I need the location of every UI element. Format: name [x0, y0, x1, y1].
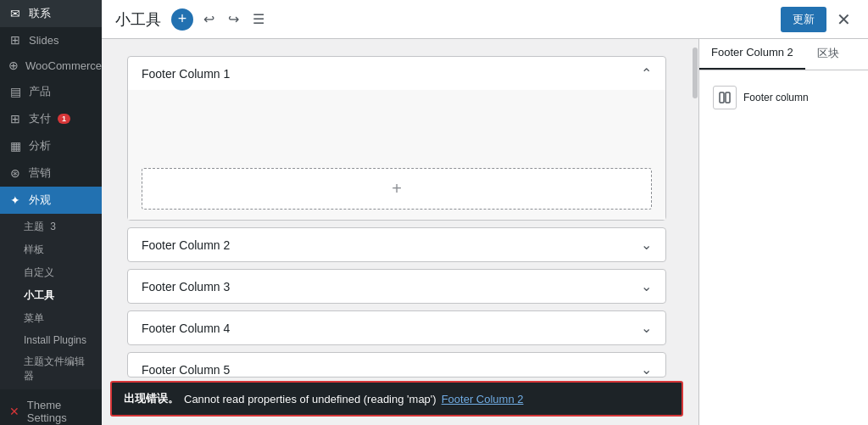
chevron-down-icon-5: ⌄	[641, 361, 652, 377]
add-block-button[interactable]: +	[171, 8, 193, 31]
chevron-down-icon-3: ⌄	[641, 278, 652, 294]
sidebar-item-marketing[interactable]: ⊛ 营销	[0, 159, 102, 187]
error-toast: 出现错误。 Cannot read properties of undefine…	[110, 381, 683, 417]
woocommerce-icon: ⊕	[8, 59, 19, 72]
footer-col-5-title: Footer Column 5	[142, 363, 230, 377]
close-button[interactable]: ✕	[833, 9, 854, 30]
chevron-down-icon-4: ⌄	[641, 320, 652, 336]
marketing-icon: ⊛	[8, 166, 22, 180]
submenu-widgets[interactable]: 小工具	[0, 284, 102, 307]
list-view-button[interactable]: ☰	[249, 9, 268, 29]
footer-column-icon	[713, 86, 737, 109]
footer-col-4-title: Footer Column 4	[142, 322, 230, 335]
submenu-customize[interactable]: 自定义	[0, 261, 102, 284]
sidebar-item-theme-settings[interactable]: ✕ Theme Settings	[0, 393, 102, 425]
sidebar-item-slides[interactable]: ⊞ Slides	[0, 27, 102, 53]
analytics-icon: ▦	[8, 139, 22, 153]
panel-tabs: Footer Column 2 区块	[699, 39, 868, 70]
payment-badge: 1	[58, 114, 70, 124]
submenu-themes[interactable]: 主题 3	[0, 215, 102, 238]
page-title: 小工具	[115, 9, 161, 30]
slides-icon: ⊞	[8, 33, 22, 47]
appearance-submenu: 主题 3 样板 自定义 小工具 菜单 Install Plugins 主题文件编…	[0, 214, 102, 389]
panel-body: Footer column	[699, 70, 868, 425]
widget-area-footer-col-5: Footer Column 5 ⌄	[127, 352, 666, 377]
error-label: 出现错误。	[124, 391, 179, 406]
add-block-footer-col-1-button[interactable]: +	[142, 168, 652, 210]
block-item-footer-column[interactable]: Footer column	[709, 81, 858, 115]
scrollbar-thumb[interactable]	[693, 48, 698, 98]
tab-footer-col-2[interactable]: Footer Column 2	[699, 39, 805, 70]
sidebar-item-analytics[interactable]: ▦ 分析	[0, 132, 102, 159]
widget-area-header-footer-col-4[interactable]: Footer Column 4 ⌄	[128, 311, 665, 344]
sidebar: ✉ 联系 ⊞ Slides ⊕ WooCommerce ▤ 产品 ⊞ 支付 1 …	[0, 0, 102, 425]
payment-icon: ⊞	[8, 112, 22, 126]
error-message: Cannot read properties of undefined (rea…	[184, 393, 437, 405]
main-area: 小工具 + ↩ ↪ ☰ 更新 ✕ Footer Column 1 ⌃ +	[102, 0, 868, 425]
widget-area-footer-col-2: Footer Column 2 ⌄	[127, 227, 666, 262]
update-button[interactable]: 更新	[781, 7, 826, 32]
appearance-icon: ✦	[8, 193, 22, 207]
submenu-install-plugins[interactable]: Install Plugins	[0, 330, 102, 350]
redo-button[interactable]: ↪	[225, 9, 242, 29]
widget-area-footer-col-4: Footer Column 4 ⌄	[127, 310, 666, 345]
error-link[interactable]: Footer Column 2	[442, 393, 524, 405]
widget-area-footer-col-1: Footer Column 1 ⌃ +	[127, 56, 666, 221]
footer-col-1-body: +	[128, 90, 665, 220]
editor-area[interactable]: Footer Column 1 ⌃ + Footer Column 2 ⌄	[102, 39, 692, 425]
sidebar-item-woocommerce[interactable]: ⊕ WooCommerce	[0, 53, 102, 78]
content-wrapper: Footer Column 1 ⌃ + Footer Column 2 ⌄	[102, 39, 868, 425]
block-footer-column-label: Footer column	[743, 92, 809, 103]
contacts-icon: ✉	[8, 7, 22, 20]
theme-settings-icon: ✕	[8, 405, 20, 418]
sidebar-item-products[interactable]: ▤ 产品	[0, 78, 102, 105]
sidebar-item-appearance[interactable]: ✦ 外观	[0, 187, 102, 214]
widget-area-footer-col-3: Footer Column 3 ⌄	[127, 269, 666, 304]
sidebar-item-payment[interactable]: ⊞ 支付 1	[0, 105, 102, 132]
widget-area-header-footer-col-5[interactable]: Footer Column 5 ⌄	[128, 353, 665, 377]
svg-rect-0	[720, 92, 724, 103]
sidebar-item-contacts[interactable]: ✉ 联系	[0, 0, 102, 27]
submenu-menus[interactable]: 菜单	[0, 307, 102, 330]
products-icon: ▤	[8, 85, 22, 98]
submenu-templates[interactable]: 样板	[0, 238, 102, 261]
undo-button[interactable]: ↩	[200, 9, 218, 29]
plus-icon: +	[392, 179, 402, 199]
chevron-down-icon-2: ⌄	[641, 237, 652, 253]
topbar: 小工具 + ↩ ↪ ☰ 更新 ✕	[102, 0, 868, 39]
themes-badge: 3	[50, 221, 56, 232]
footer-col-1-title: Footer Column 1	[142, 67, 230, 81]
widget-area-header-footer-col-3[interactable]: Footer Column 3 ⌄	[128, 270, 665, 303]
widget-area-header-footer-col-1[interactable]: Footer Column 1 ⌃	[128, 57, 665, 90]
right-panel: Footer Column 2 区块 Footer column	[698, 39, 868, 425]
submenu-theme-editor[interactable]: 主题文件编辑器	[0, 350, 102, 388]
svg-rect-1	[726, 92, 730, 103]
scrollbar-track[interactable]	[692, 39, 698, 425]
chevron-up-icon: ⌃	[641, 65, 652, 81]
tab-blocks[interactable]: 区块	[805, 39, 851, 70]
widget-area-header-footer-col-2[interactable]: Footer Column 2 ⌄	[128, 228, 665, 261]
footer-col-3-title: Footer Column 3	[142, 280, 230, 294]
footer-col-2-title: Footer Column 2	[142, 238, 230, 252]
